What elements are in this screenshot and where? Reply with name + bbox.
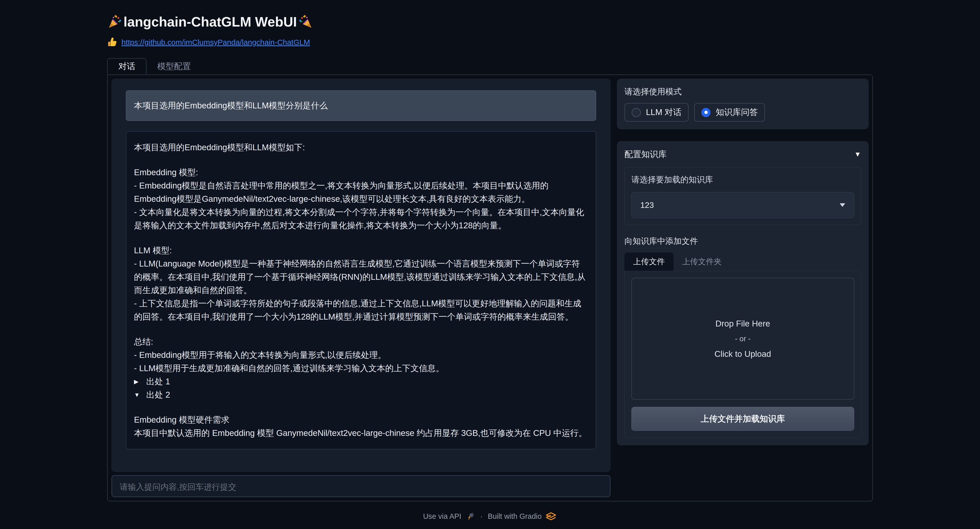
party-popper-icon (107, 15, 121, 29)
upload-tabbar: 上传文件 上传文件夹 (625, 253, 861, 271)
bot-paragraph-intro: 本项目选用的Embedding模型和LLM模型如下: (134, 141, 588, 154)
tab-upload-file[interactable]: 上传文件 (625, 253, 673, 271)
chatbot-panel[interactable]: 本项目选用的Embedding模型和LLM模型分别是什么 本项目选用的Embed… (111, 79, 611, 472)
upload-tab-content: Drop File Here - or - Click to Upload 上传… (625, 271, 861, 438)
accordion-collapse-icon: ▼ (854, 151, 861, 158)
source-1-label: 出处 1 (146, 375, 170, 388)
question-input[interactable] (111, 475, 611, 497)
mode-radio-group: LLM 对话 知识库问答 (625, 103, 861, 122)
built-with-gradio-label: Built with Gradio (488, 512, 542, 521)
chevron-down-icon: ▼ (134, 388, 142, 402)
app-page: langchain-ChatGLM WebUI https://github.c… (0, 0, 980, 521)
user-message-text: 本项目选用的Embedding模型和LLM模型分别是什么 (134, 101, 328, 110)
tab-model-config-label: 模型配置 (157, 61, 191, 72)
kb-select-label: 请选择要加载的知识库 (632, 174, 854, 186)
user-message: 本项目选用的Embedding模型和LLM模型分别是什么 (126, 90, 596, 121)
kb-dropdown-value: 123 (640, 200, 654, 210)
dropzone-line1: Drop File Here (715, 319, 770, 329)
chat-column: 本项目选用的Embedding模型和LLM模型分别是什么 本项目选用的Embed… (111, 79, 611, 497)
radio-unselected-icon (632, 108, 641, 117)
footer: Use via API · Built with Gradio (107, 511, 873, 521)
mode-panel: 请选择使用模式 LLM 对话 知识库问答 (617, 79, 869, 129)
dropdown-caret-icon (840, 203, 845, 207)
bot-paragraph-embedding: Embedding 模型: - Embedding模型是自然语言处理中常用的模型… (134, 166, 588, 232)
app-content: langchain-ChatGLM WebUI https://github.c… (107, 0, 873, 521)
chat-tab-content: 本项目选用的Embedding模型和LLM模型分别是什么 本项目选用的Embed… (107, 75, 873, 502)
source-2-label: 出处 2 (146, 388, 170, 402)
kb-accordion-title: 配置知识库 (625, 149, 667, 160)
repo-link[interactable]: https://github.com/imClumsyPanda/langcha… (121, 38, 310, 47)
file-dropzone[interactable]: Drop File Here - or - Click to Upload (632, 278, 854, 400)
radio-llm-chat-label: LLM 对话 (646, 106, 681, 118)
bot-paragraph-llm: LLM 模型: - LLM(Language Model)模型是一种基于神经网络… (134, 244, 588, 323)
use-via-api-link[interactable]: Use via API (423, 511, 475, 521)
radio-knowledge-qa[interactable]: 知识库问答 (694, 103, 765, 122)
source-2-toggle[interactable]: ▼ 出处 2 (134, 388, 588, 402)
main-tabbar: 对话 模型配置 (107, 58, 873, 75)
radio-knowledge-qa-label: 知识库问答 (716, 106, 758, 118)
add-file-label: 向知识库中添加文件 (625, 236, 861, 247)
kb-select-box: 请选择要加载的知识库 123 (625, 167, 861, 225)
footer-separator: · (480, 512, 483, 521)
party-popper-icon (299, 15, 313, 29)
tab-upload-folder[interactable]: 上传文件夹 (673, 253, 730, 271)
gradio-logo-icon (545, 512, 557, 520)
page-title-text: langchain-ChatGLM WebUI (124, 14, 297, 30)
radio-dot (704, 111, 708, 114)
settings-column: 请选择使用模式 LLM 对话 知识库问答 (617, 79, 869, 497)
dropzone-or: - or - (735, 335, 751, 343)
mode-label: 请选择使用模式 (625, 86, 861, 97)
page-title: langchain-ChatGLM WebUI (107, 14, 873, 30)
tab-chat-label: 对话 (118, 61, 135, 72)
source-1-toggle[interactable]: ▶ 出处 1 (134, 375, 588, 388)
radio-selected-icon (701, 108, 711, 117)
bot-message: 本项目选用的Embedding模型和LLM模型如下: Embedding 模型:… (126, 131, 596, 450)
thumbs-up-icon (107, 37, 118, 48)
built-with-gradio-link[interactable]: Built with Gradio (488, 512, 557, 521)
repo-link-row: https://github.com/imClumsyPanda/langcha… (107, 37, 873, 48)
tab-chat[interactable]: 对话 (107, 58, 146, 75)
use-via-api-label: Use via API (423, 512, 461, 521)
tab-model-config[interactable]: 模型配置 (146, 58, 202, 75)
kb-accordion: 配置知识库 ▼ 请选择要加载的知识库 123 向知识库中添加文件 上传文件 (617, 141, 869, 445)
radio-llm-chat[interactable]: LLM 对话 (625, 103, 689, 122)
kb-dropdown[interactable]: 123 (632, 192, 854, 218)
tab-upload-file-label: 上传文件 (633, 257, 665, 266)
dropzone-line2: Click to Upload (714, 349, 771, 359)
source-2-content: Embedding 模型硬件需求 本项目中默认选用的 Embedding 模型 … (134, 413, 588, 440)
upload-and-load-kb-button[interactable]: 上传文件并加载知识库 (632, 407, 854, 431)
api-plug-icon (465, 511, 475, 521)
tab-upload-folder-label: 上传文件夹 (682, 257, 722, 266)
kb-accordion-header[interactable]: 配置知识库 ▼ (625, 149, 861, 160)
bot-paragraph-summary: 总结: - Embedding模型用于将输入的文本转换为向量形式,以便后续处理。… (134, 335, 588, 375)
chevron-right-icon: ▶ (134, 375, 142, 388)
